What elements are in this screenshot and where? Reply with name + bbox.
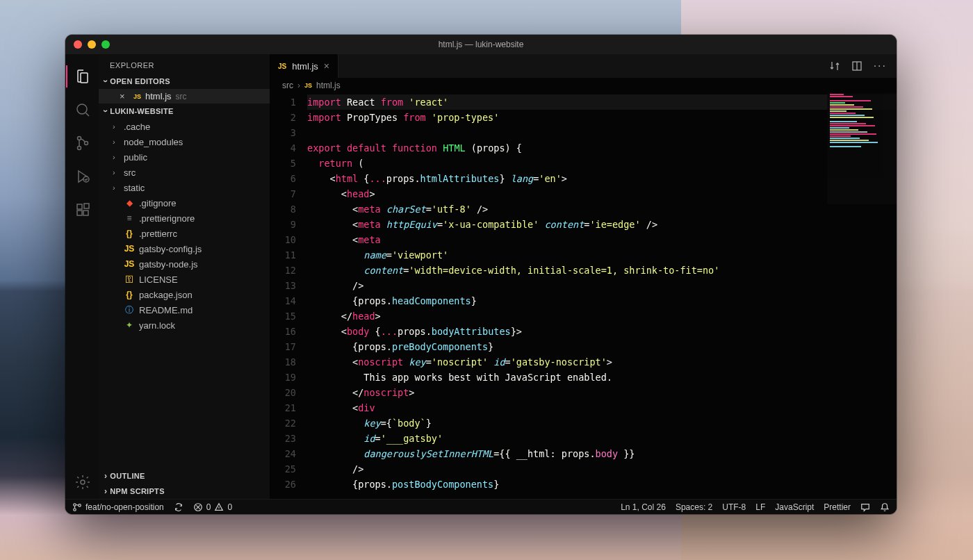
code-content[interactable]: import React from 'react'import PropType… bbox=[307, 93, 897, 499]
chevron-down-icon: › bbox=[101, 80, 111, 83]
svg-point-13 bbox=[79, 504, 81, 507]
close-window-button[interactable] bbox=[74, 40, 82, 49]
titlebar[interactable]: html.js — lukin-website bbox=[65, 35, 897, 54]
file-item[interactable]: ⚿LICENSE bbox=[99, 272, 270, 287]
folder-item[interactable]: ›node_modules bbox=[99, 134, 270, 149]
encoding[interactable]: UTF-8 bbox=[722, 502, 746, 512]
breadcrumb-dir[interactable]: src bbox=[282, 81, 293, 90]
npm-scripts-section[interactable]: › NPM SCRIPTS bbox=[99, 484, 270, 499]
project-label: LUKIN-WEBSITE bbox=[110, 107, 173, 115]
chevron-right-icon: › bbox=[113, 138, 120, 146]
settings-gear-icon[interactable] bbox=[66, 466, 99, 499]
editor-group: JS html.js × ··· src › JS bbox=[270, 54, 897, 499]
file-name: README.md bbox=[139, 305, 193, 315]
open-editor-filename: html.js bbox=[145, 91, 172, 101]
line-numbers: 1234567891011121314151617181920212223242… bbox=[270, 93, 307, 499]
file-name: gatsby-node.js bbox=[139, 259, 198, 270]
extensions-icon[interactable] bbox=[66, 193, 99, 227]
npm-scripts-label: NPM SCRIPTS bbox=[110, 487, 164, 495]
window-title: html.js — lukin-website bbox=[65, 40, 897, 49]
file-name: .gitignore bbox=[139, 198, 176, 208]
minimap[interactable] bbox=[827, 93, 897, 204]
more-actions-icon[interactable]: ··· bbox=[874, 60, 887, 72]
open-editor-item[interactable]: × JS html.js src bbox=[99, 89, 270, 104]
chevron-right-icon: › bbox=[104, 486, 107, 496]
folder-item[interactable]: ›public bbox=[99, 149, 270, 165]
problems[interactable]: 0 0 bbox=[193, 502, 232, 512]
file-item[interactable]: ◆.gitignore bbox=[99, 195, 270, 211]
text-file-icon: ≡ bbox=[124, 213, 135, 223]
maximize-window-button[interactable] bbox=[101, 40, 110, 49]
folder-item[interactable]: ›static bbox=[99, 180, 270, 195]
folder-name: node_modules bbox=[124, 137, 183, 147]
sidebar-title: EXPLORER bbox=[99, 54, 270, 74]
project-section[interactable]: › LUKIN-WEBSITE bbox=[99, 104, 270, 119]
code-editor[interactable]: 1234567891011121314151617181920212223242… bbox=[270, 93, 897, 499]
split-editor-icon[interactable] bbox=[851, 60, 862, 72]
traffic-lights bbox=[65, 40, 110, 49]
file-item[interactable]: {}.prettierrc bbox=[99, 226, 270, 241]
chevron-right-icon: › bbox=[113, 183, 120, 192]
file-item[interactable]: ⓘREADME.md bbox=[99, 302, 270, 318]
file-tree: ›.cache›node_modules›public›src›static◆.… bbox=[99, 119, 270, 333]
file-item[interactable]: ≡.prettierignore bbox=[99, 211, 270, 226]
notifications-icon[interactable] bbox=[880, 502, 890, 512]
file-name: LICENSE bbox=[139, 274, 178, 285]
lock-file-icon: ✦ bbox=[124, 320, 135, 330]
file-item[interactable]: ✦yarn.lock bbox=[99, 318, 270, 333]
breadcrumb-file[interactable]: html.js bbox=[316, 81, 341, 90]
chevron-right-icon: › bbox=[113, 168, 120, 176]
breadcrumb[interactable]: src › JS html.js bbox=[270, 78, 897, 93]
formatter[interactable]: Prettier bbox=[824, 502, 851, 512]
svg-point-9 bbox=[81, 480, 85, 484]
vscode-window: html.js — lukin-website EX bbox=[65, 35, 897, 514]
cursor-position[interactable]: Ln 1, Col 26 bbox=[621, 502, 666, 512]
sidebar: EXPLORER › OPEN EDITORS × JS html.js src… bbox=[99, 54, 270, 499]
folder-item[interactable]: ›src bbox=[99, 165, 270, 180]
tab-filename: html.js bbox=[292, 61, 318, 72]
open-editors-section[interactable]: › OPEN EDITORS bbox=[99, 74, 270, 89]
file-item[interactable]: JSgatsby-node.js bbox=[99, 256, 270, 272]
file-item[interactable]: JSgatsby-config.js bbox=[99, 241, 270, 256]
close-tab-icon[interactable]: × bbox=[324, 60, 329, 72]
chevron-right-icon: › bbox=[113, 153, 120, 161]
tab-actions: ··· bbox=[829, 54, 897, 78]
editor-tab[interactable]: JS html.js × bbox=[270, 54, 338, 78]
svg-rect-5 bbox=[77, 204, 82, 209]
minimize-window-button[interactable] bbox=[88, 40, 96, 49]
folder-item[interactable]: ›.cache bbox=[99, 119, 270, 134]
run-debug-icon[interactable] bbox=[66, 160, 99, 193]
info-file-icon: ⓘ bbox=[124, 304, 135, 316]
folder-name: static bbox=[124, 183, 145, 193]
compare-changes-icon[interactable] bbox=[829, 60, 840, 72]
sync-icon[interactable] bbox=[174, 502, 183, 512]
svg-rect-8 bbox=[84, 204, 89, 208]
search-icon[interactable] bbox=[66, 93, 99, 126]
branch-name: feat/no-open-position bbox=[85, 502, 164, 512]
file-name: .prettierignore bbox=[139, 213, 195, 224]
js-file-icon: JS bbox=[133, 93, 141, 100]
file-item[interactable]: {}package.json bbox=[99, 287, 270, 302]
chevron-right-icon: › bbox=[104, 471, 107, 481]
language-mode[interactable]: JavaScript bbox=[775, 502, 814, 512]
outline-section[interactable]: › OUTLINE bbox=[99, 468, 270, 484]
svg-rect-6 bbox=[77, 211, 82, 215]
svg-point-2 bbox=[78, 147, 81, 150]
explorer-icon[interactable] bbox=[66, 60, 99, 93]
svg-point-12 bbox=[74, 508, 76, 511]
chevron-right-icon: › bbox=[297, 81, 300, 90]
folder-name: src bbox=[124, 167, 136, 178]
git-branch[interactable]: feat/no-open-position bbox=[72, 502, 164, 512]
tab-bar: JS html.js × ··· bbox=[270, 54, 897, 78]
indentation[interactable]: Spaces: 2 bbox=[676, 502, 712, 512]
license-file-icon: ⚿ bbox=[124, 274, 135, 284]
file-name: .prettierrc bbox=[139, 229, 177, 239]
chevron-down-icon: › bbox=[101, 110, 111, 113]
feedback-icon[interactable] bbox=[860, 502, 870, 512]
js-file-icon: JS bbox=[278, 63, 286, 70]
open-editor-dir: src bbox=[176, 92, 187, 101]
eol[interactable]: LF bbox=[755, 502, 765, 512]
source-control-icon[interactable] bbox=[66, 126, 99, 160]
outline-label: OUTLINE bbox=[110, 472, 145, 480]
close-icon[interactable]: × bbox=[120, 91, 129, 101]
